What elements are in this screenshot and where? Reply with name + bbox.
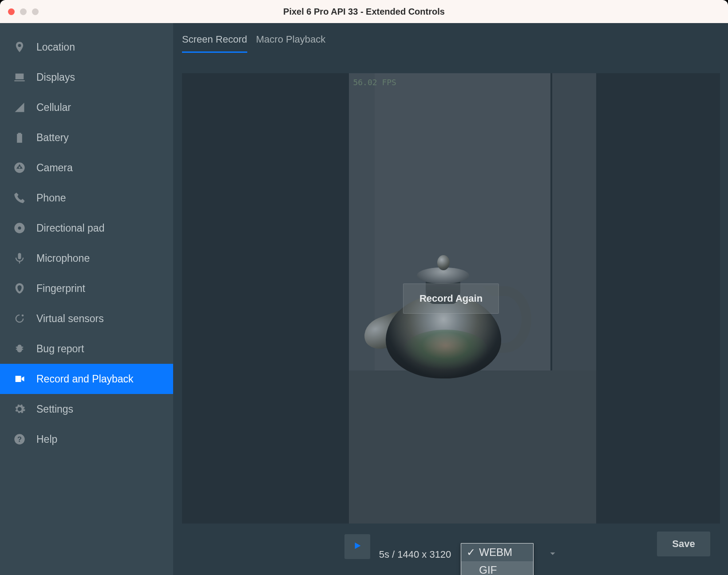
sidebar-item-location[interactable]: Location [0, 32, 173, 62]
sidebar-item-label: Directional pad [36, 222, 104, 234]
format-option-label: GIF [479, 564, 497, 575]
sidebar-item-displays[interactable]: Displays [0, 62, 173, 92]
sidebar-item-settings[interactable]: Settings [0, 394, 173, 424]
zoom-window-button[interactable] [32, 8, 39, 15]
videocam-icon [13, 373, 26, 385]
sidebar-item-label: Settings [36, 403, 73, 415]
format-option-gif[interactable]: GIF [461, 561, 533, 575]
sidebar: Location Displays Cellular Battery Camer… [0, 23, 173, 575]
recording-meta: 5s / 1440 x 3120 [379, 549, 451, 560]
sidebar-item-label: Cellular [36, 102, 71, 114]
sidebar-item-vsensors[interactable]: Virtual sensors [0, 303, 173, 334]
svg-point-2 [22, 315, 24, 317]
tab-macro-playback[interactable]: Macro Playback [256, 34, 326, 53]
format-option-label: WEBM [479, 546, 512, 559]
sidebar-item-label: Displays [36, 71, 75, 83]
battery-icon [13, 131, 26, 144]
sidebar-item-battery[interactable]: Battery [0, 122, 173, 153]
sidebar-item-dpad[interactable]: Directional pad [0, 213, 173, 243]
sidebar-item-label: Battery [36, 132, 69, 144]
laptop-icon [13, 71, 26, 83]
sidebar-item-fingerprint[interactable]: Fingerprint [0, 273, 173, 303]
tabs: Screen Record Macro Playback [182, 34, 720, 53]
minimize-window-button[interactable] [20, 8, 27, 15]
sidebar-item-label: Record and Playback [36, 373, 134, 385]
sidebar-item-label: Help [36, 433, 57, 445]
close-window-button[interactable] [8, 8, 15, 15]
svg-text:?: ? [17, 435, 22, 443]
titlebar: Pixel 6 Pro API 33 - Extended Controls [0, 0, 728, 23]
sidebar-item-cellular[interactable]: Cellular [0, 92, 173, 122]
sidebar-item-microphone[interactable]: Microphone [0, 243, 173, 273]
recording-preview: 56.02 FPS Record Again [182, 73, 720, 524]
sidebar-item-label: Microphone [36, 252, 90, 264]
signal-icon [13, 101, 26, 114]
aperture-icon [13, 161, 26, 174]
svg-point-1 [18, 227, 21, 230]
bug-icon [13, 343, 26, 355]
content-pane: Screen Record Macro Playback 56.02 FPS [173, 23, 728, 575]
sidebar-item-bug[interactable]: Bug report [0, 334, 173, 364]
sidebar-item-record[interactable]: Record and Playback [0, 364, 173, 394]
window-title: Pixel 6 Pro API 33 - Extended Controls [0, 7, 728, 17]
mic-icon [13, 252, 26, 264]
dpad-icon [13, 222, 26, 234]
sidebar-item-label: Virtual sensors [36, 313, 104, 325]
format-option-webm[interactable]: ✓ WEBM [461, 543, 533, 561]
gear-icon [13, 403, 26, 415]
chevron-down-icon[interactable] [548, 549, 558, 560]
sidebar-item-phone[interactable]: Phone [0, 183, 173, 213]
save-button[interactable]: Save [657, 532, 710, 556]
sidebar-item-help[interactable]: ? Help [0, 424, 173, 454]
sidebar-item-label: Fingerprint [36, 283, 85, 295]
help-icon: ? [13, 433, 26, 445]
sidebar-item-label: Bug report [36, 343, 84, 355]
phone-icon [13, 192, 26, 204]
record-again-button[interactable]: Record Again [403, 284, 499, 314]
check-icon: ✓ [467, 546, 475, 559]
bottom-toolbar: 5s / 1440 x 3120 ✓ WEBM GIF Save [182, 524, 720, 575]
play-button[interactable] [344, 534, 370, 559]
sidebar-item-label: Phone [36, 192, 66, 204]
orbit-icon [13, 312, 26, 325]
tab-screen-record[interactable]: Screen Record [182, 34, 247, 53]
fingerprint-icon [13, 282, 26, 295]
pin-icon [13, 41, 26, 53]
play-icon [352, 541, 362, 552]
sidebar-item-label: Location [36, 41, 75, 53]
sidebar-item-camera[interactable]: Camera [0, 153, 173, 183]
sidebar-item-label: Camera [36, 162, 73, 174]
